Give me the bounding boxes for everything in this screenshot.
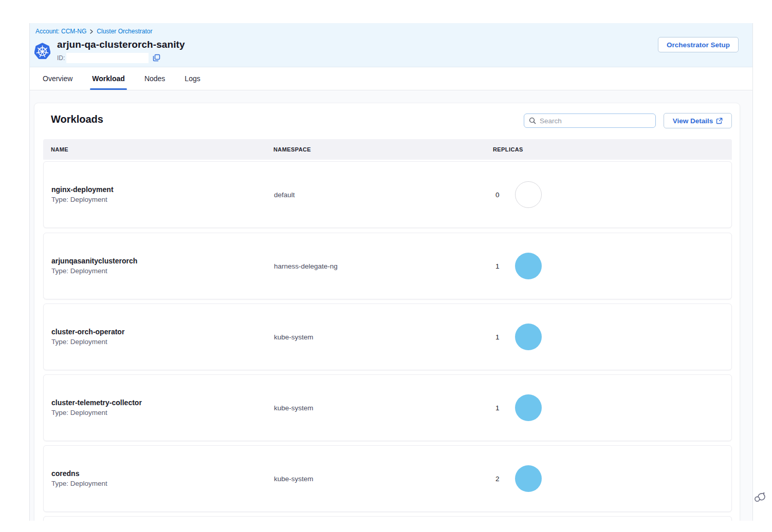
workloads-title: Workloads (51, 113, 103, 125)
replica-status-circle (515, 181, 542, 208)
kubernetes-icon (34, 43, 50, 60)
cluster-header: Account: CCM-NG Cluster Orchestrator (30, 23, 752, 67)
workload-type: Type: Deployment (51, 479, 107, 488)
chevron-right-icon (89, 29, 94, 34)
workload-name: arjunqasanityclusterorch (51, 256, 137, 266)
cluster-id-value-redacted (66, 53, 149, 63)
workload-name-cell: nginx-deploymentType: Deployment (51, 185, 114, 204)
external-link-icon (716, 118, 723, 124)
app-frame: Account: CCM-NG Cluster Orchestrator (29, 23, 753, 521)
workload-namespace: harness-delegate-ng (274, 262, 338, 270)
replica-count: 1 (495, 333, 500, 341)
workload-name: cluster-orch-operator (51, 327, 124, 337)
search-icon (529, 117, 536, 124)
workload-namespace: kube-system (274, 404, 314, 412)
cluster-id-label: ID: (57, 54, 65, 62)
cluster-id-row: ID: (57, 53, 161, 63)
replica-status-circle (515, 253, 542, 279)
column-header-namespace: NAMESPACE (273, 139, 311, 160)
view-details-button[interactable]: View Details (664, 113, 732, 128)
table-row-partial[interactable] (43, 516, 732, 521)
workload-type: Type: Deployment (51, 195, 114, 204)
workload-name-cell: cluster-orch-operatorType: Deployment (51, 327, 124, 347)
workload-type: Type: Deployment (51, 337, 124, 347)
workload-name: coredns (51, 469, 107, 479)
replica-count: 1 (495, 262, 500, 270)
workload-name-cell: arjunqasanityclusterorchType: Deployment (51, 256, 137, 276)
chat-bubbles-icon (753, 490, 767, 503)
page-title: arjun-qa-clusterorch-sanity (57, 39, 185, 50)
workload-namespace: kube-system (274, 475, 314, 483)
workload-namespace: default (274, 191, 295, 199)
orchestrator-setup-button[interactable]: Orchestrator Setup (658, 37, 739, 52)
replica-count: 0 (495, 191, 500, 199)
view-details-label: View Details (673, 117, 713, 125)
tab-overview[interactable]: Overview (43, 67, 72, 90)
replica-count: 1 (495, 404, 500, 412)
replica-status-circle (515, 465, 542, 492)
tab-nodes[interactable]: Nodes (144, 67, 165, 90)
workload-name: cluster-telemetry-collector (51, 398, 142, 408)
workload-type: Type: Deployment (51, 408, 142, 417)
workload-name: nginx-deployment (51, 185, 114, 195)
breadcrumb-section-link[interactable]: Cluster Orchestrator (97, 28, 152, 35)
page: Account: CCM-NG Cluster Orchestrator (0, 0, 772, 532)
column-header-replicas: REPLICAS (493, 139, 523, 160)
tab-bar: OverviewWorkloadNodesLogs (30, 67, 752, 90)
table-row[interactable]: arjunqasanityclusterorchType: Deployment… (43, 233, 732, 299)
table-row[interactable]: cluster-telemetry-collectorType: Deploym… (43, 374, 732, 441)
replica-status-circle (515, 394, 542, 421)
workload-namespace: kube-system (274, 333, 314, 341)
search-input[interactable] (536, 117, 655, 125)
tab-logs[interactable]: Logs (185, 67, 200, 90)
workloads-panel: Workloads View Details NAME (34, 103, 740, 521)
workload-name-cell: corednsType: Deployment (51, 469, 107, 488)
table-row[interactable]: cluster-orch-operatorType: Deploymentkub… (43, 303, 732, 370)
table-header: NAMENAMESPACEREPLICAS (43, 139, 732, 160)
search-box (524, 113, 656, 128)
table-row[interactable]: nginx-deploymentType: Deploymentdefault0 (43, 161, 732, 228)
replica-count: 2 (495, 475, 500, 483)
breadcrumb: Account: CCM-NG Cluster Orchestrator (35, 28, 152, 35)
tab-workload[interactable]: Workload (92, 67, 125, 90)
chat-help-button[interactable] (752, 489, 768, 504)
content-area: Workloads View Details NAME (30, 90, 752, 521)
column-header-name: NAME (51, 139, 68, 160)
workload-name-cell: cluster-telemetry-collectorType: Deploym… (51, 398, 142, 417)
breadcrumb-account-link[interactable]: Account: CCM-NG (35, 28, 86, 35)
copy-icon[interactable] (153, 54, 161, 62)
replica-status-circle (515, 324, 542, 350)
workload-type: Type: Deployment (51, 266, 137, 276)
table-row[interactable]: corednsType: Deploymentkube-system2 (43, 445, 732, 512)
